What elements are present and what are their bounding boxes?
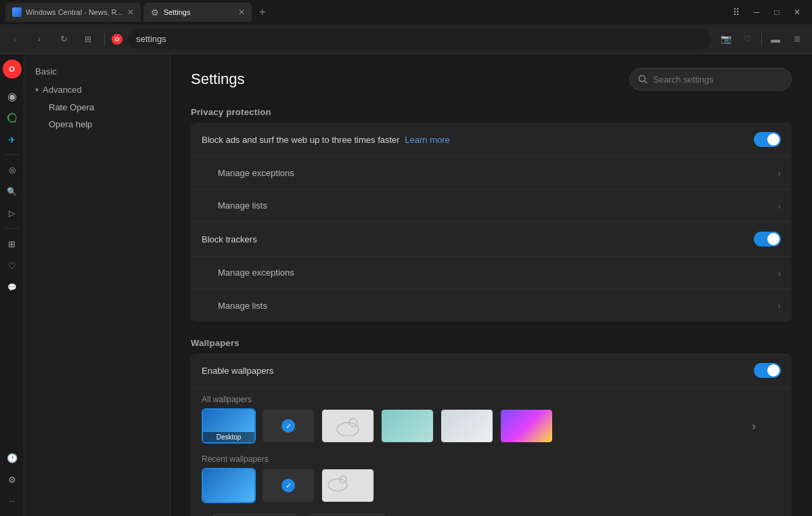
manage-lists-2-label: Manage lists (218, 301, 777, 311)
manage-exceptions-1-row[interactable]: Manage exceptions › (191, 157, 792, 190)
sidebar-item-telegram[interactable]: ✈ (3, 130, 22, 149)
close-button[interactable]: ✕ (788, 5, 807, 19)
wallpaper-purple[interactable] (499, 408, 554, 444)
address-bar[interactable]: settings (128, 29, 711, 49)
wallpaper-dark[interactable]: ✓ (261, 408, 315, 444)
manage-exceptions-2-label: Manage exceptions (218, 267, 777, 278)
svg-line-1 (645, 81, 648, 84)
address-text: settings (136, 34, 166, 44)
recent-wallpaper-1-thumb (203, 469, 254, 502)
wallpaper-actions: + Add a wallpaper Set as wallpaper (191, 510, 792, 516)
battery-button[interactable]: ▬ (766, 30, 785, 49)
sidebar-basic-header[interactable]: Basic (24, 62, 170, 81)
new-tab-button[interactable]: + (254, 4, 271, 20)
settings-content: Settings Privacy protection Block ads an… (171, 54, 812, 516)
sidebar-link-opera-help[interactable]: Opera help (24, 116, 170, 133)
settings-sidebar: Basic ▾ Advanced Rate Opera Opera help (24, 54, 171, 516)
wallpapers-grid: Desktop ✓ (202, 408, 727, 444)
wallpapers-section-title: Wallpapers (171, 332, 812, 353)
titlebar: Windows Central - News, R... ✕ ⚙ Setting… (0, 0, 812, 24)
privacy-card: Block ads and surf the web up to three t… (191, 123, 792, 322)
minimize-button[interactable]: ─ (747, 5, 766, 19)
sidebar-item-messages[interactable]: 💬 (3, 278, 22, 297)
tab-settings[interactable]: ⚙ Settings ✕ (143, 3, 252, 22)
wallpapers-more-button[interactable]: › (727, 408, 781, 444)
wallpaper-gray-thumb (441, 410, 493, 442)
heart-button[interactable]: ♡ (738, 30, 757, 49)
tab-settings-close[interactable]: ✕ (238, 7, 245, 17)
manage-lists-2-row[interactable]: Manage lists › (191, 289, 792, 322)
wallpapers-card: Enable wallpapers All wallpapers Desktop… (191, 353, 792, 516)
enable-wallpapers-toggle[interactable] (754, 363, 781, 378)
tab-news-label: Windows Central - News, R... (26, 8, 123, 16)
privacy-section-title: Privacy protection (171, 102, 812, 123)
sidebar-advanced-label: Advanced (43, 85, 82, 95)
block-ads-label: Block ads and surf the web up to three t… (202, 135, 754, 145)
svg-point-2 (337, 423, 359, 436)
sidebar-icons: O ◉ ✈ ◎ 🔍 ▷ ⊞ ♡ 💬 🕐 ⚙ ··· (0, 54, 24, 516)
manage-lists-1-row[interactable]: Manage lists › (191, 190, 792, 222)
tab-news-close[interactable]: ✕ (127, 7, 134, 17)
block-ads-toggle[interactable] (754, 132, 781, 147)
sidebar-item-whatsapp[interactable] (3, 108, 22, 127)
all-wallpapers-label: All wallpapers (191, 388, 792, 408)
wallpaper-gray[interactable] (440, 408, 494, 444)
tab-settings-label: Settings (164, 8, 191, 16)
forward-button[interactable]: › (30, 30, 49, 49)
sidebar-advanced-header[interactable]: ▾ Advanced (24, 81, 170, 99)
sidebar-item-search[interactable]: 🔍 (3, 182, 22, 201)
wallpaper-teal[interactable] (380, 408, 434, 444)
sidebar-item-settings[interactable]: ⚙ (3, 470, 22, 489)
sidebar-item-history[interactable]: 🕐 (3, 448, 22, 467)
camera-button[interactable]: 📷 (717, 30, 736, 49)
sidebar-divider-2 (5, 228, 19, 229)
tab-settings-favicon: ⚙ (150, 7, 160, 17)
sidebar-item-ai[interactable]: ◎ (3, 160, 22, 179)
manage-exceptions-2-row[interactable]: Manage exceptions › (191, 257, 792, 289)
nav-right-icons: 📷 ♡ ▬ ≡ (717, 30, 807, 49)
menu-button[interactable]: ≡ (788, 30, 807, 49)
recent-wallpaper-3-thumb (322, 469, 374, 502)
reload-button[interactable]: ↻ (54, 30, 73, 49)
svg-point-4 (328, 479, 347, 491)
enable-wallpapers-row: Enable wallpapers (191, 353, 792, 388)
opera-sidebar-logo: O (3, 60, 22, 79)
nav-divider-2 (761, 33, 762, 46)
sidebar-item-apps[interactable]: ⊞ (3, 234, 22, 253)
sidebar-basic-label: Basic (35, 66, 57, 77)
wallpaper-teal-thumb (382, 410, 433, 442)
wallpaper-light-thumb (322, 410, 374, 442)
tab-news[interactable]: Windows Central - News, R... ✕ (5, 3, 141, 22)
sidebar-toggle-button[interactable]: ⠿ (727, 5, 746, 19)
manage-exceptions-1-label: Manage exceptions (218, 168, 777, 178)
sidebar-divider-1 (5, 154, 19, 155)
search-settings-container[interactable] (629, 68, 792, 91)
main-layout: O ◉ ✈ ◎ 🔍 ▷ ⊞ ♡ 💬 🕐 ⚙ ··· Basic ▾ Advanc… (0, 54, 812, 516)
learn-more-link[interactable]: Learn more (405, 135, 449, 145)
wallpaper-light[interactable] (321, 408, 375, 444)
recent-wallpaper-2[interactable]: ✓ (261, 468, 315, 503)
recent-wallpaper-1[interactable] (202, 468, 256, 503)
settings-header: Settings (171, 54, 812, 102)
recent-wallpaper-3[interactable] (321, 468, 375, 503)
maximize-button[interactable]: □ (767, 5, 786, 19)
search-icon (638, 74, 648, 84)
block-trackers-toggle[interactable] (754, 232, 781, 246)
recent-wallpapers-grid: ✓ (191, 468, 792, 510)
wallpaper-purple-thumb (501, 410, 552, 442)
navbar: ‹ › ↻ ⊞ O settings 📷 ♡ ▬ ≡ (0, 24, 812, 54)
tabs-grid-button[interactable]: ⊞ (78, 30, 97, 49)
block-trackers-label: Block trackers (202, 234, 754, 244)
sidebar-item-more[interactable]: ··· (3, 492, 22, 511)
recent-wallpapers-label: Recent wallpapers (191, 448, 792, 468)
sidebar-link-rate-opera[interactable]: Rate Opera (24, 99, 170, 116)
sidebar-item-feed[interactable]: ▷ (3, 204, 22, 223)
manage-lists-1-label: Manage lists (218, 200, 777, 211)
tab-area: Windows Central - News, R... ✕ ⚙ Setting… (5, 3, 724, 22)
sidebar-item-news[interactable]: ◉ (3, 87, 22, 106)
wallpaper-desktop[interactable]: Desktop (202, 408, 256, 444)
back-button[interactable]: ‹ (5, 30, 24, 49)
sidebar-item-pinboard[interactable]: ♡ (3, 256, 22, 275)
enable-wallpapers-label: Enable wallpapers (202, 366, 754, 376)
search-settings-input[interactable] (653, 74, 775, 85)
